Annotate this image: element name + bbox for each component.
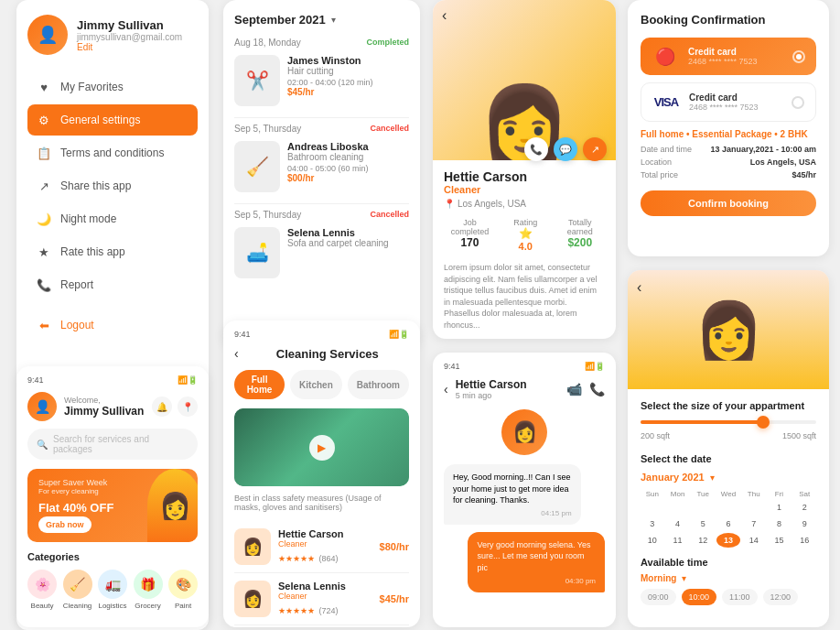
video-call-icon[interactable]: 📹 — [566, 382, 582, 396]
cleaner-thumb-2: 👩 — [234, 581, 271, 617]
card-number-1: 2468 **** **** 7523 — [688, 57, 758, 66]
cal-day-9[interactable]: 9 — [792, 516, 816, 531]
cal-day-10[interactable]: 10 — [641, 533, 664, 548]
cleaner-card-1[interactable]: 👩 Hettie Carson Cleaner ★★★★★ (864) $80/… — [234, 521, 409, 573]
cleaner-card-2[interactable]: 👩 Selena Lennis Cleaner ★★★★★ (724) $45/… — [234, 573, 409, 625]
chat-back-button[interactable]: ‹ — [444, 382, 448, 396]
apartment-back-button[interactable]: ‹ — [637, 279, 641, 296]
menu-item-logout[interactable]: ⬅ Logout — [27, 310, 198, 341]
menu-item-share[interactable]: ↗ Share this app — [27, 170, 198, 201]
tab-full-home[interactable]: Full Home — [234, 370, 285, 399]
gear-icon: ⚙ — [37, 113, 51, 127]
cleaning-back-button[interactable]: ‹ — [234, 346, 239, 361]
cal-day-3[interactable]: 3 — [641, 516, 664, 531]
cleaner-card-stars-1: ★★★★★ — [278, 554, 315, 563]
statusbar-chat: 9:41 📶🔋 — [444, 362, 605, 371]
card-radio-2[interactable] — [792, 96, 804, 109]
cal-day-6[interactable]: 6 — [716, 516, 740, 531]
category-grocery[interactable]: 🎁 Grocery — [134, 570, 163, 610]
slider-fill — [641, 420, 763, 424]
cal-day-2[interactable]: 2 — [792, 500, 816, 515]
phone-call-icon[interactable]: 📞 — [589, 382, 605, 396]
booking-detail-location: Location Los Angels, USA — [641, 158, 816, 167]
profile-image-area: 👩 — [433, 0, 616, 160]
cleaner-location: 📍 Los Angels, USA — [444, 199, 605, 209]
user-avatar: 👤 — [27, 392, 57, 421]
booking-package: Full home • Essential Package • 2 BHK — [641, 129, 816, 139]
time-slot-1200[interactable]: 12:00 — [763, 589, 799, 605]
size-slider[interactable]: 200 sqft 1500 sqft — [641, 420, 816, 440]
credit-card-visa[interactable]: VISA Credit card 2468 **** **** 7523 — [641, 82, 816, 122]
time-slot-1100[interactable]: 11:00 — [722, 589, 758, 605]
app-header: 👤 Welcome, Jimmy Sullivan 🔔 📍 — [27, 392, 198, 421]
chevron-down-month[interactable]: ▾ — [710, 472, 715, 483]
cal-day-8[interactable]: 8 — [768, 516, 792, 531]
time-slot-1000[interactable]: 10:00 — [682, 589, 717, 605]
promo-banner: Super Saver Week For every cleaning Flat… — [27, 469, 198, 542]
back-button[interactable]: ‹ — [442, 7, 447, 24]
category-beauty[interactable]: 🌸 Beauty — [27, 570, 57, 610]
profile-action-buttons: 📞 💬 ↗ — [524, 137, 607, 161]
tab-kitchen[interactable]: Kitchen — [290, 370, 342, 399]
cal-day-14[interactable]: 14 — [742, 533, 766, 548]
booking-title: Booking Confirmation — [641, 13, 816, 27]
cleaner-card-reviews-1: (864) — [318, 554, 338, 563]
time-slot-0900[interactable]: 09:00 — [641, 589, 676, 605]
category-cleaning[interactable]: 🧹 Cleaning — [63, 570, 92, 610]
menu-item-general[interactable]: ⚙ General settings — [27, 104, 198, 136]
menu-item-rate[interactable]: ★ Rate this app — [27, 236, 198, 267]
video-play-button[interactable]: ▶ — [309, 435, 335, 461]
cleaner-card-price-2: $45/hr — [380, 593, 409, 604]
tab-bathroom[interactable]: Bathroom — [348, 370, 409, 399]
cal-day-5[interactable]: 5 — [691, 516, 715, 531]
confirm-booking-button[interactable]: Confirm booking — [641, 190, 816, 216]
category-paint[interactable]: 🎨 Paint — [168, 570, 198, 610]
cal-day-11[interactable]: 11 — [666, 533, 690, 548]
cal-day-15[interactable]: 15 — [768, 533, 792, 548]
slider-labels: 200 sqft 1500 sqft — [641, 431, 816, 440]
menu-item-terms[interactable]: 📋 Terms and conditions — [27, 137, 198, 168]
heart-icon: ♥ — [37, 80, 51, 94]
slider-min: 200 sqft — [641, 431, 670, 440]
moon-icon: 🌙 — [37, 212, 51, 226]
cleaner-card-reviews-2: (724) — [318, 606, 338, 615]
phone-icon: 📞 — [37, 277, 51, 292]
menu-item-night[interactable]: 🌙 Night mode — [27, 203, 198, 234]
slider-thumb[interactable] — [757, 416, 770, 429]
logout-icon: ⬅ — [37, 318, 51, 332]
category-logistics[interactable]: 🚛 Logistics — [98, 570, 127, 610]
history-group-1-date: Aug 18, Monday Completed — [234, 38, 409, 48]
chat-signal: 📶🔋 — [585, 362, 605, 371]
location-icon[interactable]: 📍 — [178, 396, 198, 417]
categories-label: Categories — [27, 551, 198, 562]
menu-item-favorites[interactable]: ♥ My Favorites — [27, 71, 198, 103]
chevron-down-morning[interactable]: ▾ — [682, 573, 686, 583]
cal-day-13[interactable]: 13 — [716, 533, 740, 548]
cal-day-12[interactable]: 12 — [691, 533, 715, 548]
cleaning-icon: 🧹 — [63, 570, 92, 599]
chevron-down-icon[interactable]: ▾ — [331, 15, 336, 25]
history-thumb-2: 🧹 — [234, 141, 280, 192]
notification-icon[interactable]: 🔔 — [152, 396, 172, 417]
grab-now-button[interactable]: Grab now — [38, 516, 92, 533]
message-time-1: 04:15 pm — [453, 509, 572, 517]
cal-day-4[interactable]: 4 — [666, 516, 690, 531]
message-action-button[interactable]: 💬 — [554, 137, 577, 161]
menu-item-report[interactable]: 📞 Report — [27, 269, 198, 300]
grocery-icon: 🎁 — [134, 570, 163, 599]
share-action-button[interactable]: ↗ — [583, 137, 607, 161]
calendar-grid: Sun Mon Tue Wed Thu Fri Sat 1 2 3 4 5 6 … — [641, 490, 816, 548]
cleaning-label: Cleaning — [63, 602, 92, 610]
beauty-icon: 🌸 — [27, 570, 57, 599]
chat-message-sent: Very good morning selena. Yes sure... Le… — [468, 532, 605, 592]
search-bar[interactable]: 🔍 Search for services and packages — [27, 429, 198, 460]
phone-action-button[interactable]: 📞 — [524, 137, 548, 161]
cal-day-1[interactable]: 1 — [768, 500, 792, 515]
promo-offer: Flat 40% OFF — [38, 501, 113, 515]
cal-day-7[interactable]: 7 — [742, 516, 766, 531]
credit-card-mastercard[interactable]: 🔴 Credit card 2468 **** **** 7523 — [641, 38, 816, 75]
cal-day-16[interactable]: 16 — [792, 533, 816, 548]
edit-profile-link[interactable]: Edit — [77, 42, 182, 52]
card-radio-1[interactable] — [792, 50, 805, 63]
avatar: 👤 — [27, 15, 68, 55]
